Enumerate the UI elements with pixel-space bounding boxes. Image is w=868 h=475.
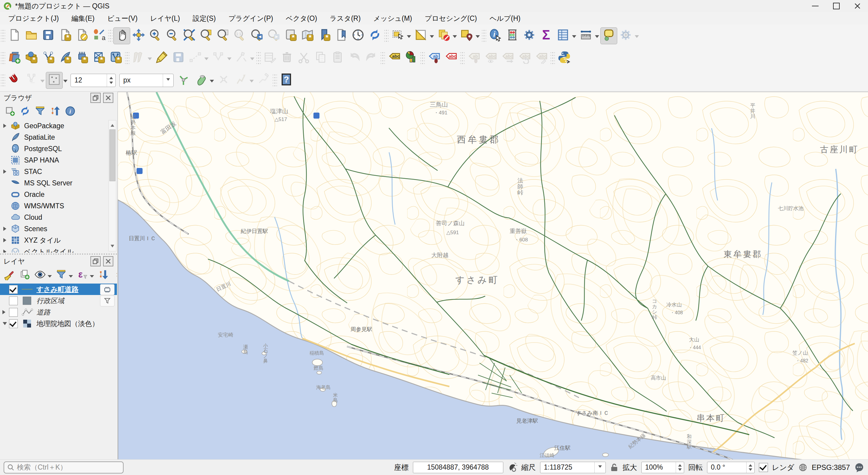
scale-combobox[interactable]: 1:118725 xyxy=(540,462,606,473)
delete-selected-button[interactable] xyxy=(278,50,296,67)
lock-scale-icon[interactable] xyxy=(610,463,618,472)
toggle-editing-button[interactable] xyxy=(153,50,170,67)
redo-button[interactable] xyxy=(363,50,380,67)
avoid-overlap-button[interactable] xyxy=(192,72,209,89)
modify-attributes-dropdown-icon[interactable] xyxy=(250,58,254,62)
scrollbar-thumb[interactable] xyxy=(110,129,116,181)
show-hidden-labels-button[interactable]: abc xyxy=(482,50,499,67)
new-shapefile-layer-button[interactable]: * xyxy=(40,50,57,67)
open-attribute-table-button[interactable] xyxy=(555,27,571,44)
new-geopackage-layer-button[interactable]: * xyxy=(23,50,40,67)
menu-item-4[interactable]: レイヤ(L) xyxy=(144,12,186,25)
add-group-button[interactable] xyxy=(18,269,32,282)
panel-overflow-button[interactable]: » xyxy=(112,269,117,282)
run-feature-action-dropdown-icon[interactable] xyxy=(635,35,639,40)
refresh-map-button[interactable] xyxy=(367,27,383,44)
zoom-to-layer-button[interactable] xyxy=(198,27,215,44)
digitize-with-segment-dropdown-icon[interactable] xyxy=(204,58,209,62)
deselect-features-dropdown-icon[interactable] xyxy=(453,35,457,40)
filter-by-expression-button[interactable]: ε xyxy=(75,269,89,282)
multiedit-attributes-button[interactable] xyxy=(261,50,278,67)
tracing-offset-button[interactable] xyxy=(255,72,272,89)
filter-legend-dropdown-icon[interactable] xyxy=(69,275,73,280)
close-button[interactable] xyxy=(847,0,868,12)
save-project-button[interactable] xyxy=(40,27,57,44)
select-by-location-button[interactable] xyxy=(458,27,475,44)
maximize-button[interactable] xyxy=(826,0,847,12)
vertex-tool-button[interactable] xyxy=(210,50,227,67)
select-features-by-value-button[interactable] xyxy=(412,27,429,44)
zoom-full-button[interactable] xyxy=(181,27,198,44)
pan-map-button[interactable] xyxy=(113,27,130,44)
snapping-type-button[interactable] xyxy=(23,72,40,89)
select-features-dropdown-icon[interactable] xyxy=(407,35,411,40)
vertex-tool-dropdown-icon[interactable] xyxy=(227,58,231,62)
zoom-native-button[interactable]: 1:1 xyxy=(231,27,248,44)
layer-indicator-memory[interactable] xyxy=(100,284,115,295)
snapping-mode-settings-dropdown-icon[interactable] xyxy=(63,80,67,84)
browser-item-ms-sql-server[interactable]: MS SQL Server xyxy=(0,177,117,189)
browser-item-xyz-[interactable]: XYZ タイル xyxy=(0,235,117,246)
expand-icon[interactable] xyxy=(3,227,8,231)
new-project-button[interactable] xyxy=(6,27,23,44)
trace-digitizing-dropdown-icon[interactable] xyxy=(250,80,254,84)
menu-item-6[interactable]: プラグイン(P) xyxy=(222,12,279,25)
style-manager-button[interactable]: a xyxy=(90,27,107,44)
current-edits-dropdown-icon[interactable] xyxy=(148,58,152,62)
trace-digitizing-button[interactable] xyxy=(232,72,249,89)
select-features-by-value-dropdown-icon[interactable] xyxy=(430,35,434,40)
collapse-icon[interactable] xyxy=(3,322,7,327)
snapping-on-intersection-button[interactable] xyxy=(215,72,232,89)
data-source-manager-button[interactable] xyxy=(6,50,23,67)
manage-map-themes-dropdown-icon[interactable] xyxy=(48,275,52,280)
enable-snapping-button[interactable] xyxy=(6,72,23,89)
rotation-spinbox[interactable]: 0.0 ° xyxy=(707,462,755,473)
extents-toggle-icon[interactable] xyxy=(507,463,517,472)
identify-features-button[interactable]: i xyxy=(487,27,504,44)
search-input[interactable]: 検索（Ctrl＋K） xyxy=(4,462,124,474)
menu-item-7[interactable]: ベクタ(O) xyxy=(279,12,323,25)
expand-icon[interactable] xyxy=(3,169,8,174)
menu-item-5[interactable]: 設定(S) xyxy=(186,12,222,25)
layer-item-3[interactable]: 道路 xyxy=(0,306,117,318)
browser-float-button[interactable] xyxy=(90,93,101,103)
show-sum-features-button[interactable]: Σ xyxy=(538,27,555,44)
measure-line-button[interactable] xyxy=(578,27,594,44)
zoom-next-button[interactable] xyxy=(265,27,282,44)
measure-line-dropdown-icon[interactable] xyxy=(595,35,599,40)
rotate-label-button[interactable]: abc xyxy=(516,50,533,67)
temporal-controller-button[interactable] xyxy=(350,27,367,44)
refresh-browser-button[interactable] xyxy=(18,105,32,119)
show-hide-labels-button[interactable]: ab xyxy=(465,50,482,67)
coordinate-input[interactable]: 15084887, 3964788 xyxy=(413,462,503,473)
show-spatial-bookmarks-button[interactable] xyxy=(333,27,350,44)
snapping-tolerance-spinbox[interactable]: 12 xyxy=(70,74,116,87)
render-checkbox[interactable] xyxy=(759,463,768,472)
new-spatial-bookmark-button[interactable]: * xyxy=(316,27,333,44)
browser-item-cloud[interactable]: Cloud xyxy=(0,212,117,223)
layer-labeling-options-button[interactable]: abc xyxy=(386,50,403,67)
zoom-last-button[interactable] xyxy=(248,27,265,44)
processing-toolbox-button[interactable] xyxy=(521,27,538,44)
avoid-overlap-dropdown-icon[interactable] xyxy=(210,80,214,84)
browser-item-sap-hana[interactable]: SAP HANA xyxy=(0,155,117,166)
browser-item-geopackage[interactable]: GeoPackage xyxy=(0,120,117,132)
map-tips-button[interactable] xyxy=(600,27,617,44)
add-selected-layers-button[interactable] xyxy=(3,105,17,119)
select-features-button[interactable] xyxy=(390,27,406,44)
panel-splitter[interactable] xyxy=(0,252,117,255)
browser-item-wms-wmts[interactable]: WMS/WMTS xyxy=(0,200,117,212)
browser-item-spatialite[interactable]: SpatiaLite xyxy=(0,132,117,143)
menu-item-2[interactable]: 編集(E) xyxy=(65,12,101,25)
layer-item-2[interactable]: 行政区域 xyxy=(0,295,117,306)
snapping-mode-settings-button[interactable] xyxy=(46,72,63,89)
layer-item-1[interactable]: すさみ町道路 xyxy=(0,283,117,295)
cut-features-button[interactable] xyxy=(296,50,312,67)
map-canvas[interactable]: 塩津山△517三鳥山・491富田坂紀勢本線椿駅西牟婁郡古座川町平井川法師峠善司ノ… xyxy=(118,92,868,460)
zoom-out-button[interactable] xyxy=(164,27,181,44)
move-label-button[interactable]: abc xyxy=(499,50,516,67)
magnifier-spinbox[interactable]: 100% xyxy=(641,462,684,473)
new-spatialite-layer-button[interactable]: * xyxy=(57,50,73,67)
browser-item-stac[interactable]: STAC xyxy=(0,166,117,177)
layer-indicator-filter[interactable] xyxy=(100,296,115,306)
